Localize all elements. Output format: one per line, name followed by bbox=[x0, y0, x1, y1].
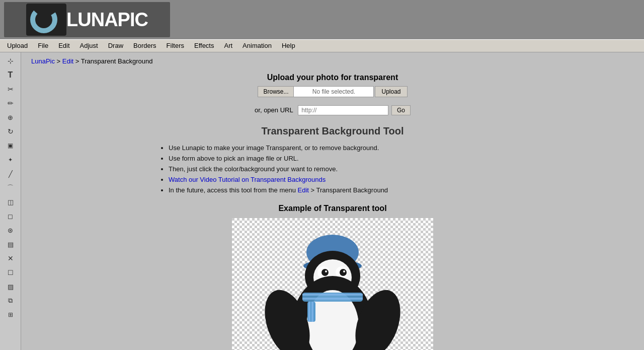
video-tutorial-link[interactable]: Watch our Video Tutorial on Transparent … bbox=[169, 176, 326, 183]
tool-list: Use Lunapic to make your image Transpare… bbox=[156, 144, 509, 194]
content: LunaPic > Edit > Transparent Background … bbox=[21, 52, 644, 350]
upload-button[interactable]: Upload bbox=[375, 86, 407, 97]
nav-art[interactable]: Art bbox=[219, 39, 237, 52]
svg-rect-22 bbox=[302, 298, 363, 300]
edit-menu-link[interactable]: Edit bbox=[298, 186, 309, 194]
paste-icon[interactable]: ⊞ bbox=[3, 308, 18, 321]
go-button[interactable]: Go bbox=[391, 105, 411, 115]
nav-borders[interactable]: Borders bbox=[128, 39, 162, 52]
tool-title: Transparent Background Tool bbox=[156, 125, 509, 137]
logo-text: LUNAPIC bbox=[66, 9, 148, 31]
breadcrumb-sep1: > bbox=[57, 57, 62, 65]
penguin-svg bbox=[232, 218, 433, 350]
svg-rect-21 bbox=[302, 294, 363, 296]
nav-adjust[interactable]: Adjust bbox=[75, 39, 103, 52]
breadcrumb-current: Transparent Background bbox=[81, 57, 153, 65]
print-icon[interactable]: ▨ bbox=[3, 280, 18, 293]
nav-edit[interactable]: Edit bbox=[53, 39, 74, 52]
pencil-icon[interactable]: ✏ bbox=[3, 97, 18, 110]
stamp-icon[interactable]: ✦ bbox=[3, 153, 18, 166]
nav-effects[interactable]: Effects bbox=[189, 39, 219, 52]
copy-icon[interactable]: ⧉ bbox=[3, 294, 18, 307]
main-layout: ⊹ T ✂ ✏ ⊕ ↻ ▣ ✦ ╱ ⌒ ◫ ◻ ⊛ ▤ ✕ ☐ ▨ ⧉ ⊞ Lu… bbox=[0, 52, 644, 350]
save-icon[interactable]: ▤ bbox=[3, 238, 18, 251]
scissors-icon[interactable]: ✂ bbox=[3, 83, 18, 96]
move-icon[interactable]: ⊹ bbox=[3, 54, 18, 67]
tool-section: Transparent Background Tool Use Lunapic … bbox=[156, 125, 509, 350]
upload-title: Upload your photo for transparent bbox=[31, 73, 634, 82]
logo-box: LUNAPIC bbox=[4, 2, 170, 37]
list-item: Use Lunapic to make your image Transpare… bbox=[169, 144, 509, 152]
url-input[interactable] bbox=[298, 105, 388, 115]
file-name-display: No file selected. bbox=[293, 86, 374, 97]
eraser-icon[interactable]: ◻ bbox=[3, 209, 18, 223]
nav-file[interactable]: File bbox=[33, 39, 53, 52]
svg-point-16 bbox=[343, 270, 345, 272]
svg-point-13 bbox=[325, 270, 327, 272]
breadcrumb: LunaPic > Edit > Transparent Background bbox=[31, 57, 634, 65]
swirl-icon[interactable]: ⊛ bbox=[3, 224, 18, 237]
list-item: Watch our Video Tutorial on Transparent … bbox=[169, 176, 509, 183]
list-item: Then, just click the color/background yo… bbox=[169, 165, 509, 173]
header: LUNAPIC bbox=[0, 0, 644, 39]
penguin-image bbox=[232, 218, 433, 349]
upload-section: Upload your photo for transparent Browse… bbox=[31, 73, 634, 97]
nav-filters[interactable]: Filters bbox=[162, 39, 189, 52]
navbar: Upload File Edit Adjust Draw Borders Fil… bbox=[0, 39, 644, 52]
breadcrumb-home[interactable]: LunaPic bbox=[31, 57, 55, 65]
new-icon[interactable]: ☐ bbox=[3, 266, 18, 279]
close-icon[interactable]: ✕ bbox=[3, 252, 18, 265]
svg-point-12 bbox=[321, 269, 329, 276]
browse-button[interactable]: Browse... bbox=[258, 86, 293, 97]
svg-rect-25 bbox=[311, 302, 313, 322]
list-item: Use form above to pick an image file or … bbox=[169, 155, 509, 162]
nav-upload[interactable]: Upload bbox=[2, 39, 33, 52]
breadcrumb-edit[interactable]: Edit bbox=[62, 57, 73, 65]
nav-animation[interactable]: Animation bbox=[237, 39, 277, 52]
svg-point-0 bbox=[33, 9, 55, 31]
logo-icon bbox=[26, 4, 66, 36]
rotate-icon[interactable]: ↻ bbox=[3, 125, 18, 138]
url-section: or, open URL Go bbox=[31, 105, 634, 115]
example-title: Example of Transparent tool bbox=[156, 204, 509, 213]
folder-icon[interactable]: ◫ bbox=[3, 195, 18, 208]
url-label: or, open URL bbox=[255, 106, 293, 114]
svg-rect-24 bbox=[308, 302, 310, 322]
eyedropper-icon[interactable]: ╱ bbox=[3, 167, 18, 180]
example-section: Example of Transparent tool bbox=[156, 204, 509, 350]
text-icon[interactable]: T bbox=[3, 68, 18, 82]
zoom-icon[interactable]: ⊕ bbox=[3, 111, 18, 124]
breadcrumb-sep2: > bbox=[75, 57, 81, 65]
upload-controls: Browse... No file selected. Upload bbox=[31, 86, 634, 97]
list-item: In the future, access this tool from the… bbox=[169, 186, 509, 194]
nav-help[interactable]: Help bbox=[277, 39, 300, 52]
svg-point-15 bbox=[340, 269, 347, 276]
nav-draw[interactable]: Draw bbox=[103, 39, 128, 52]
sidebar: ⊹ T ✂ ✏ ⊕ ↻ ▣ ✦ ╱ ⌒ ◫ ◻ ⊛ ▤ ✕ ☐ ▨ ⧉ ⊞ bbox=[0, 52, 21, 350]
crop-icon[interactable]: ▣ bbox=[3, 139, 18, 152]
brush-icon[interactable]: ⌒ bbox=[3, 181, 18, 194]
